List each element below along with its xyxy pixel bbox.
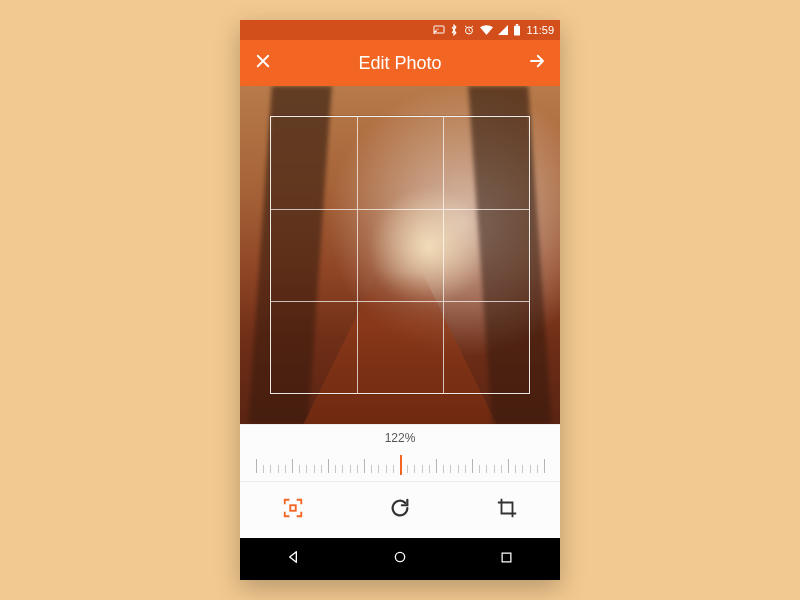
square-recents-icon: [499, 550, 514, 569]
controls-panel: 122%: [240, 424, 560, 538]
zoom-readout: 122%: [240, 425, 560, 445]
signal-icon: [498, 25, 508, 35]
rotate-icon: [389, 497, 411, 523]
close-button[interactable]: [240, 40, 286, 86]
android-nav-bar: [240, 538, 560, 580]
tool-row: [240, 481, 560, 538]
arrow-right-icon: [526, 52, 548, 74]
svg-rect-4: [291, 505, 297, 511]
rotate-tool-button[interactable]: [347, 482, 454, 538]
cast-icon: [433, 25, 445, 35]
circle-home-icon: [392, 549, 408, 569]
triangle-back-icon: [285, 549, 301, 569]
next-button[interactable]: [514, 40, 560, 86]
status-time: 11:59: [526, 24, 554, 36]
frame-tool-button[interactable]: [240, 482, 347, 538]
photo-canvas[interactable]: [240, 86, 560, 424]
svg-rect-6: [502, 553, 511, 562]
svg-point-5: [395, 552, 404, 561]
zoom-slider[interactable]: [256, 447, 544, 481]
wifi-icon: [480, 25, 493, 35]
nav-home-button[interactable]: [370, 549, 430, 569]
status-bar: 11:59: [240, 20, 560, 40]
crop-frame[interactable]: [270, 116, 530, 394]
grid-line: [271, 301, 529, 302]
page-title: Edit Photo: [358, 53, 441, 74]
grid-line: [443, 117, 444, 393]
nav-recents-button[interactable]: [477, 550, 537, 569]
crop-icon: [496, 497, 518, 523]
svg-rect-2: [514, 26, 520, 36]
crop-tool-button[interactable]: [453, 482, 560, 538]
nav-back-button[interactable]: [263, 549, 323, 569]
frame-icon: [282, 497, 304, 523]
grid-line: [357, 117, 358, 393]
close-icon: [254, 52, 272, 74]
svg-rect-3: [516, 24, 518, 26]
alarm-icon: [463, 24, 475, 36]
battery-icon: [513, 24, 521, 36]
bluetooth-icon: [450, 24, 458, 36]
phone-frame: 11:59 Edit Photo 122%: [240, 20, 560, 580]
app-bar: Edit Photo: [240, 40, 560, 86]
grid-line: [271, 209, 529, 210]
